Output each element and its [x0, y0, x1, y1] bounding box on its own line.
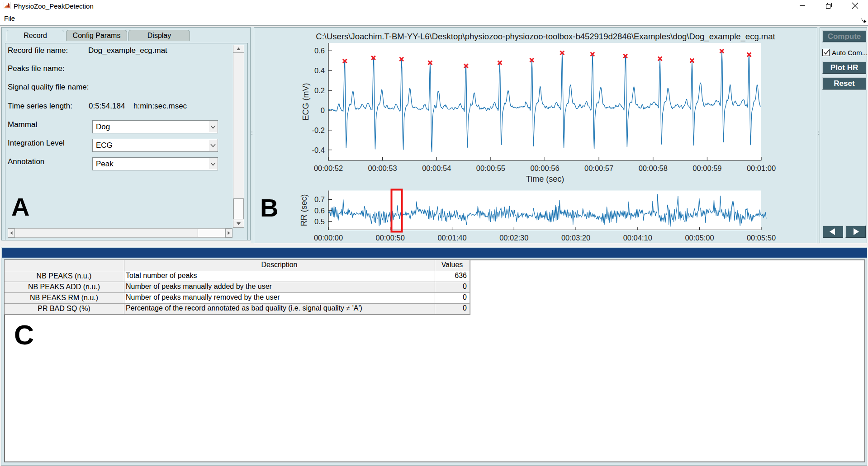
svg-text:ECG (mV): ECG (mV)	[301, 83, 310, 121]
svg-text:00:05:00: 00:05:00	[685, 234, 714, 242]
svg-text:0: 0	[321, 106, 325, 114]
svg-text:00:00:53: 00:00:53	[368, 164, 397, 172]
svg-text:00:01:00: 00:01:00	[747, 164, 776, 172]
svg-text:0.6: 0.6	[314, 207, 325, 215]
svg-text:00:02:30: 00:02:30	[499, 234, 528, 242]
svg-text:0.4: 0.4	[314, 66, 325, 75]
svg-text:RR (sec): RR (sec)	[299, 194, 308, 226]
svg-text:00:01:40: 00:01:40	[437, 234, 466, 242]
svg-text:C:\Users\Joachim.T-BM-YY-L6\De: C:\Users\Joachim.T-BM-YY-L6\Desktop\phys…	[316, 32, 775, 42]
svg-text:00:00:52: 00:00:52	[314, 164, 343, 172]
svg-text:00:00:58: 00:00:58	[639, 164, 668, 172]
svg-text:00:00:57: 00:00:57	[584, 164, 613, 172]
svg-text:00:05:50: 00:05:50	[747, 234, 776, 242]
svg-text:Time (sec): Time (sec)	[526, 174, 564, 184]
svg-text:00:03:20: 00:03:20	[561, 234, 590, 242]
svg-text:00:00:54: 00:00:54	[422, 164, 451, 172]
svg-text:-0.2: -0.2	[312, 126, 325, 134]
svg-text:00:00:50: 00:00:50	[376, 234, 405, 242]
svg-text:0.2: 0.2	[314, 86, 325, 94]
svg-text:0.5: 0.5	[314, 217, 325, 226]
svg-text:00:00:59: 00:00:59	[693, 164, 721, 172]
svg-text:00:00:55: 00:00:55	[476, 164, 505, 172]
svg-text:-0.4: -0.4	[312, 146, 325, 154]
svg-text:0.7: 0.7	[314, 195, 325, 203]
svg-text:00:00:56: 00:00:56	[530, 164, 559, 172]
svg-text:0.6: 0.6	[314, 47, 325, 55]
svg-text:00:00:00: 00:00:00	[314, 234, 343, 242]
svg-text:00:04:10: 00:04:10	[623, 234, 652, 242]
